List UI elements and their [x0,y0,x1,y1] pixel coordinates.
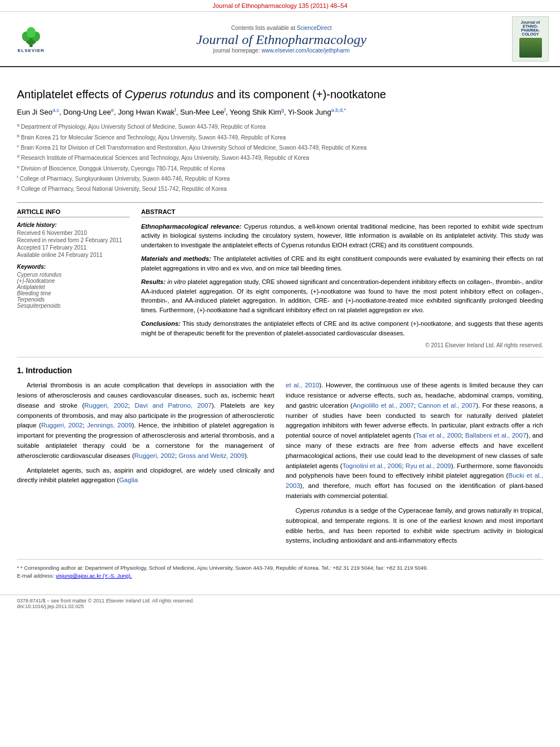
ref-gaglia[interactable]: Gaglia [119,477,138,483]
issn-text: 0378-8741/$ – see front matter © 2011 El… [17,598,194,604]
results-invitro: in vitro [168,278,186,285]
results-text: platelet aggregation study, CRE showed s… [141,278,543,313]
journal-header: ELSEVIER Contents lists available at Sci… [0,12,560,67]
journal-center-header: Contents lists available at ScienceDirec… [51,25,512,54]
ethnopharm-head: Ethnopharmacological relevance: [141,223,242,230]
authors-line: Eun Ji Seoa,c, Dong-Ung Leee, Jong Hwan … [17,107,543,116]
elsevier-logo: ELSEVIER [11,25,51,53]
keyword-3: Antiplatelet [17,284,130,290]
intro-para-4: Cyperus rotundus is a sedge of the Cyper… [286,506,543,546]
abstract-column: ABSTRACT Ethnopharmacological relevance:… [141,208,543,349]
received-revised-date: Received in revised form 2 February 2011 [17,237,130,243]
email-label: E-mail address: [17,573,54,579]
received-date: Received 6 November 2010 [17,230,130,236]
journal-reference-bar: Journal of Ethnopharmacology 135 (2011) … [0,0,560,12]
introduction-section-title: 1. Introduction [17,366,543,375]
ref-gross-weitz[interactable]: Gross and Weitz, 2009 [178,452,244,459]
abstract-ethnopharm-para: Ethnopharmacological relevance: Cyperus … [141,222,543,250]
elsevier-text-label: ELSEVIER [18,48,45,53]
article-history-section: Article history: Received 6 November 201… [17,222,130,258]
abstract-materials-para: Materials and methods: The antiplatelet … [141,254,543,273]
abstract-results-para: Results: in vitro platelet aggregation s… [141,277,543,314]
ref-ryu[interactable]: Ryu et al., 2009 [405,462,451,469]
ref-cannon[interactable]: Cannon et al., 2007 [418,402,476,409]
keywords-section: Keywords: Cyperus rotundus (+)-Nootkaton… [17,264,130,309]
affiliations-block: a Department of Physiology, Ajou Univers… [17,122,543,193]
keyword-2: (+)-Nootkatone [17,278,130,284]
keyword-6: Sesquiterpenoids [17,303,130,309]
article-title: Antiplatelet effects of Cyperus rotundus… [17,87,543,102]
ref-bucki[interactable]: Bucki et al., 2003 [286,472,543,489]
main-content: Antiplatelet effects of Cyperus rotundus… [0,67,560,589]
introduction-col-left: Arterial thrombosis is an acute complica… [17,381,274,551]
footer-bar: 0378-8741/$ – see front matter © 2011 El… [0,595,560,612]
ref-ballabeni[interactable]: Ballabeni et al., 2007 [465,432,526,439]
article-info-title: ARTICLE INFO [17,208,130,217]
article-history-label: Article history: [17,222,130,228]
footer-left: 0378-8741/$ – see front matter © 2011 El… [17,598,194,609]
doi-text: doi:10.1016/j.jep.2011.02.025 [17,604,194,609]
abstract-conclusions-para: Conclusions: This study demonstrates the… [141,319,543,338]
introduction-body: Arterial thrombosis is an acute complica… [17,381,543,551]
journal-cover-image: Journal ofETHNO-PHARMA-COLOGY [512,16,549,62]
keyword-4: Bleeding time [17,290,130,296]
ref-et-al-2010[interactable]: et al., 2010 [286,382,320,388]
section-divider-intro [17,357,543,357]
svg-point-4 [27,27,36,38]
copyright-line: © 2011 Elsevier Ireland Ltd. All rights … [141,342,543,348]
sciencedirect-link[interactable]: ScienceDirect [297,25,332,31]
cyperus-italic: Cyperus rotundus [295,507,347,514]
ref-angiolillo[interactable]: Angiolillo et al., 2007 [353,402,414,409]
article-info-column: ARTICLE INFO Article history: Received 6… [17,208,130,349]
ref-ruggeri-2002b[interactable]: Ruggeri, 2002 [41,422,83,429]
keywords-label: Keywords: [17,264,130,270]
intro-para-3: et al., 2010). However, the continuous u… [286,381,543,501]
ref-davi-patrono[interactable]: Davi and Patrono, 2007 [134,402,212,409]
ref-tsai[interactable]: Tsai et al., 2000 [415,432,461,439]
journal-reference-text: Journal of Ethnopharmacology 135 (2011) … [212,2,347,9]
elsevier-tree-icon [17,25,45,48]
ref-tognolini[interactable]: Tognolini et al., 2006 [342,462,402,469]
accepted-date: Accepted 17 February 2011 [17,244,130,251]
ref-ruggeri-2002c[interactable]: Ruggeri, 2002 [134,452,175,459]
intro-para-1: Arterial thrombosis is an acute complica… [17,381,274,461]
ref-ruggeri-2002[interactable]: Ruggeri, 2002 [84,402,128,409]
email-note: E-mail address: yisjung@ajou.ac.kr (Y.-S… [17,572,543,580]
journal-name-title: Journal of Ethnopharmacology [51,32,512,47]
intro-para-2: Antiplatelet agents, such as, aspirin an… [17,466,274,486]
keyword-1: Cyperus rotundus [17,272,130,278]
introduction-col-right: et al., 2010). However, the continuous u… [286,381,543,551]
sciencedirect-line: Contents lists available at ScienceDirec… [51,25,512,31]
keyword-5: Terpenoids [17,296,130,303]
results-exvivo: ex vivo. [403,307,424,313]
conclusions-head: Conclusions: [141,320,181,327]
journal-homepage-link[interactable]: www.elsevier.com/locate/jethpharm [261,47,349,54]
available-date: Available online 24 February 2011 [17,252,130,258]
article-info-abstract-section: ARTICLE INFO Article history: Received 6… [17,202,543,349]
materials-head: Materials and methods: [141,255,211,262]
results-head: Results: [141,278,165,285]
corresponding-author-note: * * Corresponding author at: Department … [17,564,543,572]
journal-homepage-line: journal homepage: www.elsevier.com/locat… [51,47,512,54]
abstract-title-label: ABSTRACT [141,208,543,217]
email-link[interactable]: yisjung@ajou.ac.kr (Y.-S. Jung). [56,573,132,579]
conclusions-text: This study demonstrates the antiplatelet… [141,320,543,337]
footnotes-section: * * Corresponding author at: Department … [17,559,543,580]
ref-jennings[interactable]: Jennings, 2009 [87,422,132,429]
